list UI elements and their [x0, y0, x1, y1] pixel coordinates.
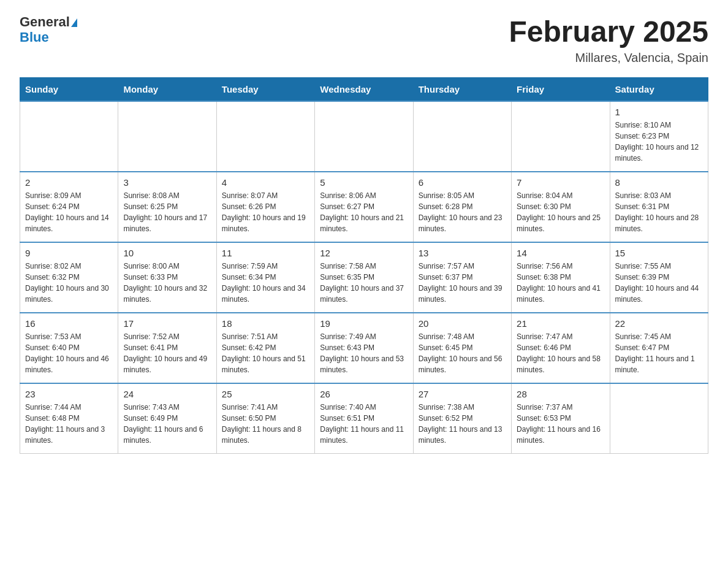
- day-number: 14: [517, 248, 604, 258]
- day-number: 26: [320, 389, 408, 399]
- table-row: 22Sunrise: 7:45 AM Sunset: 6:47 PM Dayli…: [610, 313, 708, 383]
- table-row: 15Sunrise: 7:55 AM Sunset: 6:39 PM Dayli…: [610, 242, 708, 313]
- day-info: Sunrise: 8:00 AM Sunset: 6:33 PM Dayligh…: [123, 261, 211, 305]
- page-header: General Blue February 2025 Millares, Val…: [20, 15, 708, 65]
- day-info: Sunrise: 7:41 AM Sunset: 6:50 PM Dayligh…: [222, 402, 309, 446]
- day-number: 8: [615, 177, 703, 188]
- day-info: Sunrise: 7:44 AM Sunset: 6:48 PM Dayligh…: [25, 402, 113, 446]
- header-saturday: Saturday: [610, 78, 708, 102]
- table-row: 26Sunrise: 7:40 AM Sunset: 6:51 PM Dayli…: [315, 383, 413, 454]
- calendar-week-row: 1Sunrise: 8:10 AM Sunset: 6:23 PM Daylig…: [20, 101, 708, 172]
- day-number: 4: [222, 177, 309, 188]
- day-info: Sunrise: 7:58 AM Sunset: 6:35 PM Dayligh…: [320, 261, 408, 305]
- day-info: Sunrise: 8:10 AM Sunset: 6:23 PM Dayligh…: [615, 120, 703, 164]
- table-row: 9Sunrise: 8:02 AM Sunset: 6:32 PM Daylig…: [20, 242, 118, 313]
- calendar-week-row: 9Sunrise: 8:02 AM Sunset: 6:32 PM Daylig…: [20, 242, 708, 313]
- header-tuesday: Tuesday: [216, 78, 314, 102]
- logo-line2: Blue: [20, 29, 49, 45]
- calendar-week-row: 2Sunrise: 8:09 AM Sunset: 6:24 PM Daylig…: [20, 172, 708, 242]
- day-number: 25: [222, 389, 309, 399]
- day-number: 18: [222, 318, 309, 329]
- day-info: Sunrise: 7:56 AM Sunset: 6:38 PM Dayligh…: [517, 261, 604, 305]
- day-info: Sunrise: 7:53 AM Sunset: 6:40 PM Dayligh…: [25, 331, 113, 375]
- day-number: 19: [320, 318, 408, 329]
- header-sunday: Sunday: [20, 78, 118, 102]
- logo-line1: General: [20, 15, 77, 29]
- day-info: Sunrise: 8:07 AM Sunset: 6:26 PM Dayligh…: [222, 190, 309, 234]
- day-info: Sunrise: 7:51 AM Sunset: 6:42 PM Dayligh…: [222, 331, 309, 375]
- table-row: [610, 383, 708, 454]
- day-number: 2: [25, 177, 113, 188]
- day-info: Sunrise: 7:55 AM Sunset: 6:39 PM Dayligh…: [615, 261, 703, 305]
- table-row: 25Sunrise: 7:41 AM Sunset: 6:50 PM Dayli…: [216, 383, 314, 454]
- day-number: 27: [419, 389, 506, 399]
- header-wednesday: Wednesday: [315, 78, 413, 102]
- day-info: Sunrise: 8:08 AM Sunset: 6:25 PM Dayligh…: [123, 190, 211, 234]
- table-row: 18Sunrise: 7:51 AM Sunset: 6:42 PM Dayli…: [216, 313, 314, 383]
- day-number: 15: [615, 248, 703, 258]
- day-number: 23: [25, 389, 113, 399]
- table-row: [216, 101, 314, 172]
- table-row: 24Sunrise: 7:43 AM Sunset: 6:49 PM Dayli…: [118, 383, 216, 454]
- day-info: Sunrise: 8:09 AM Sunset: 6:24 PM Dayligh…: [25, 190, 113, 234]
- table-row: 2Sunrise: 8:09 AM Sunset: 6:24 PM Daylig…: [20, 172, 118, 242]
- logo-triangle-icon: [71, 18, 77, 27]
- day-number: 17: [123, 318, 211, 329]
- table-row: 17Sunrise: 7:52 AM Sunset: 6:41 PM Dayli…: [118, 313, 216, 383]
- day-number: 21: [517, 318, 604, 329]
- day-info: Sunrise: 7:38 AM Sunset: 6:52 PM Dayligh…: [419, 402, 506, 446]
- table-row: 16Sunrise: 7:53 AM Sunset: 6:40 PM Dayli…: [20, 313, 118, 383]
- day-info: Sunrise: 7:37 AM Sunset: 6:53 PM Dayligh…: [517, 402, 604, 446]
- title-area: February 2025 Millares, Valencia, Spain: [509, 15, 708, 65]
- table-row: 20Sunrise: 7:48 AM Sunset: 6:45 PM Dayli…: [413, 313, 511, 383]
- day-number: 3: [123, 177, 211, 188]
- day-number: 20: [419, 318, 506, 329]
- table-row: 19Sunrise: 7:49 AM Sunset: 6:43 PM Dayli…: [315, 313, 413, 383]
- table-row: 1Sunrise: 8:10 AM Sunset: 6:23 PM Daylig…: [610, 101, 708, 172]
- day-number: 6: [419, 177, 506, 188]
- day-info: Sunrise: 7:57 AM Sunset: 6:37 PM Dayligh…: [419, 261, 506, 305]
- day-info: Sunrise: 8:05 AM Sunset: 6:28 PM Dayligh…: [419, 190, 506, 234]
- day-info: Sunrise: 8:03 AM Sunset: 6:31 PM Dayligh…: [615, 190, 703, 234]
- day-number: 16: [25, 318, 113, 329]
- day-number: 22: [615, 318, 703, 329]
- header-friday: Friday: [512, 78, 610, 102]
- table-row: 6Sunrise: 8:05 AM Sunset: 6:28 PM Daylig…: [413, 172, 511, 242]
- table-row: [20, 101, 118, 172]
- day-number: 5: [320, 177, 408, 188]
- table-row: 3Sunrise: 8:08 AM Sunset: 6:25 PM Daylig…: [118, 172, 216, 242]
- table-row: 10Sunrise: 8:00 AM Sunset: 6:33 PM Dayli…: [118, 242, 216, 313]
- table-row: 27Sunrise: 7:38 AM Sunset: 6:52 PM Dayli…: [413, 383, 511, 454]
- day-number: 10: [123, 248, 211, 258]
- day-info: Sunrise: 7:40 AM Sunset: 6:51 PM Dayligh…: [320, 402, 408, 446]
- day-number: 1: [615, 107, 703, 117]
- table-row: 5Sunrise: 8:06 AM Sunset: 6:27 PM Daylig…: [315, 172, 413, 242]
- day-number: 24: [123, 389, 211, 399]
- day-number: 7: [517, 177, 604, 188]
- day-info: Sunrise: 8:04 AM Sunset: 6:30 PM Dayligh…: [517, 190, 604, 234]
- calendar-week-row: 16Sunrise: 7:53 AM Sunset: 6:40 PM Dayli…: [20, 313, 708, 383]
- day-info: Sunrise: 7:52 AM Sunset: 6:41 PM Dayligh…: [123, 331, 211, 375]
- month-title: February 2025: [509, 15, 708, 48]
- table-row: [118, 101, 216, 172]
- day-number: 28: [517, 389, 604, 399]
- location-subtitle: Millares, Valencia, Spain: [509, 51, 708, 65]
- day-number: 12: [320, 248, 408, 258]
- day-info: Sunrise: 7:49 AM Sunset: 6:43 PM Dayligh…: [320, 331, 408, 375]
- calendar-table: Sunday Monday Tuesday Wednesday Thursday…: [20, 77, 708, 454]
- day-info: Sunrise: 7:47 AM Sunset: 6:46 PM Dayligh…: [517, 331, 604, 375]
- table-row: [315, 101, 413, 172]
- day-number: 9: [25, 248, 113, 258]
- day-info: Sunrise: 8:02 AM Sunset: 6:32 PM Dayligh…: [25, 261, 113, 305]
- table-row: 23Sunrise: 7:44 AM Sunset: 6:48 PM Dayli…: [20, 383, 118, 454]
- day-info: Sunrise: 7:59 AM Sunset: 6:34 PM Dayligh…: [222, 261, 309, 305]
- day-info: Sunrise: 7:45 AM Sunset: 6:47 PM Dayligh…: [615, 331, 703, 375]
- day-info: Sunrise: 8:06 AM Sunset: 6:27 PM Dayligh…: [320, 190, 408, 234]
- day-info: Sunrise: 7:48 AM Sunset: 6:45 PM Dayligh…: [419, 331, 506, 375]
- header-row: Sunday Monday Tuesday Wednesday Thursday…: [20, 78, 708, 102]
- table-row: 7Sunrise: 8:04 AM Sunset: 6:30 PM Daylig…: [512, 172, 610, 242]
- table-row: 28Sunrise: 7:37 AM Sunset: 6:53 PM Dayli…: [512, 383, 610, 454]
- header-thursday: Thursday: [413, 78, 511, 102]
- table-row: [413, 101, 511, 172]
- calendar-week-row: 23Sunrise: 7:44 AM Sunset: 6:48 PM Dayli…: [20, 383, 708, 454]
